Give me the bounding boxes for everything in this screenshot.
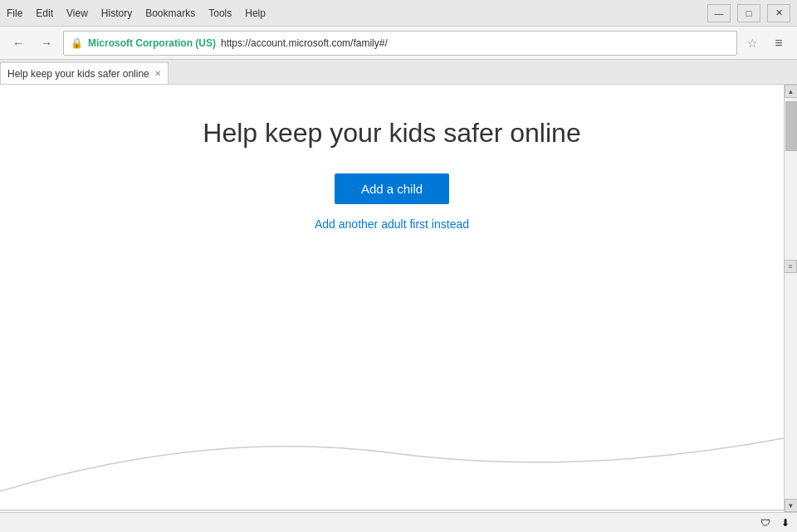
bookmark-star-icon[interactable]: ☆ xyxy=(742,33,762,53)
scroll-up-button[interactable]: ▲ xyxy=(785,85,798,98)
address-text: https://account.microsoft.com/family#/ xyxy=(221,37,730,49)
add-adult-link[interactable]: Add another adult first instead xyxy=(315,217,469,231)
security-lock-icon: 🔒 xyxy=(71,37,83,49)
scroll-middle-indicator: ≡ xyxy=(784,260,797,273)
content-area: Help keep your kids safer online Add a c… xyxy=(0,85,797,512)
tab-close-icon[interactable]: ✕ xyxy=(154,69,161,78)
scene-svg xyxy=(0,280,784,512)
minimize-button[interactable]: — xyxy=(707,4,731,22)
active-tab[interactable]: Help keep your kids safer online ✕ xyxy=(0,62,169,84)
menu-tools[interactable]: Tools xyxy=(208,7,232,19)
menu-edit[interactable]: Edit xyxy=(36,7,53,19)
tab-bar: Help keep your kids safer online ✕ xyxy=(0,60,797,85)
close-button[interactable]: ✕ xyxy=(767,4,790,22)
window-controls: — □ ✕ xyxy=(707,4,790,22)
scrollbar-track xyxy=(785,98,797,499)
menu-view[interactable]: View xyxy=(66,7,88,19)
illustration xyxy=(0,280,784,512)
menu-history[interactable]: History xyxy=(101,7,132,19)
download-status-icon[interactable]: ⬇ xyxy=(777,515,794,531)
menu-bookmarks[interactable]: Bookmarks xyxy=(145,7,195,19)
menu-help[interactable]: Help xyxy=(245,7,266,19)
navigation-bar: ← → 🔒 Microsoft Corporation (US) https:/… xyxy=(0,27,797,60)
menu-bar: File Edit View History Bookmarks Tools H… xyxy=(7,7,266,19)
browser-window: File Edit View History Bookmarks Tools H… xyxy=(0,0,797,532)
title-bar: File Edit View History Bookmarks Tools H… xyxy=(0,0,797,27)
scroll-down-button[interactable]: ▼ xyxy=(785,499,798,512)
address-bar[interactable]: 🔒 Microsoft Corporation (US) https://acc… xyxy=(63,31,737,56)
shield-status-icon: 🛡 xyxy=(757,515,774,531)
page-header: Help keep your kids safer online xyxy=(203,118,580,149)
site-name: Microsoft Corporation (US) xyxy=(88,37,216,49)
menu-file[interactable]: File xyxy=(7,7,22,19)
status-bar: 🛡 ⬇ xyxy=(0,512,797,532)
back-button[interactable]: ← xyxy=(7,32,30,55)
browser-menu-button[interactable]: ≡ xyxy=(767,32,790,55)
add-child-button[interactable]: Add a child xyxy=(335,173,449,204)
page-content: Help keep your kids safer online Add a c… xyxy=(0,85,784,512)
scrollbar-thumb[interactable] xyxy=(785,101,797,151)
forward-button[interactable]: → xyxy=(35,32,58,55)
page-title: Help keep your kids safer online xyxy=(203,118,580,149)
maximize-button[interactable]: □ xyxy=(737,4,760,22)
scrollbar: ▲ ≡ ▼ xyxy=(784,85,797,512)
tab-label: Help keep your kids safer online xyxy=(7,68,149,80)
